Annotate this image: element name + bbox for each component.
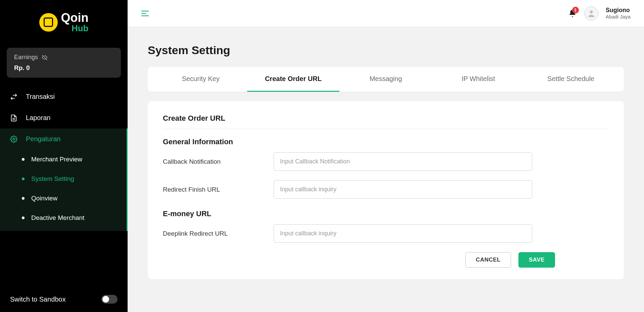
nav-pengaturan[interactable]: Pengaturan [0, 128, 127, 150]
label-callback-notification: Callback Notification [163, 158, 274, 165]
svg-point-7 [590, 10, 593, 13]
tab-messaging[interactable]: Messaging [339, 67, 432, 92]
sub-label: Deactive Merchant [31, 214, 84, 222]
bullet-icon [22, 158, 25, 161]
nav-label: Laporan [26, 114, 50, 122]
sub-label: System Setting [31, 175, 74, 183]
notif-badge: 1 [572, 7, 579, 13]
tab-create-order-url[interactable]: Create Order URL [247, 67, 340, 92]
input-callback-notification[interactable] [274, 152, 532, 171]
input-redirect-finish[interactable] [274, 180, 532, 199]
earnings-value: Rp. 0 [14, 64, 113, 72]
brand-name-1: Qoin [61, 12, 89, 24]
row-callback-notification: Callback Notification [163, 152, 609, 171]
nav-pengaturan-group: Pengaturan Merchant Preview System Setti… [0, 128, 128, 231]
label-redirect-finish: Redirect Finish URL [163, 186, 274, 193]
tabs-bar: Security Key Create Order URL Messaging … [148, 67, 624, 92]
nav-transaksi[interactable]: Transaksi [0, 86, 128, 107]
label-deeplink-redirect: Deeplink Redirect URL [163, 230, 274, 237]
svg-point-3 [13, 138, 15, 140]
bullet-icon [22, 197, 25, 200]
sub-merchant-preview[interactable]: Merchant Preview [0, 150, 127, 169]
tab-security-key[interactable]: Security Key [154, 67, 247, 92]
nav-label: Transaksi [26, 93, 55, 101]
sub-qoinview[interactable]: Qoinview [0, 189, 127, 208]
sub-system-setting[interactable]: System Setting [0, 169, 127, 189]
sub-label: Merchant Preview [31, 156, 82, 163]
coin-icon [39, 13, 58, 32]
nav-laporan[interactable]: Laporan [0, 107, 128, 128]
sub-deactive-merchant[interactable]: Deactive Merchant [0, 208, 127, 228]
button-row: CANCEL SAVE [163, 252, 609, 268]
avatar[interactable] [584, 6, 598, 21]
nav-list: Transaksi Laporan Pengaturan [0, 86, 128, 231]
bullet-icon [22, 178, 25, 180]
brand-name-2: Hub [61, 24, 89, 33]
content: System Setting Security Key Create Order… [128, 27, 644, 296]
section-general: General Information [163, 138, 609, 146]
gear-icon [10, 135, 17, 143]
menu-toggle-icon[interactable] [141, 10, 149, 16]
tab-ip-whitelist[interactable]: IP Whitelist [432, 67, 525, 92]
page-title: System Setting [148, 44, 624, 57]
transfer-icon [10, 93, 17, 101]
row-deeplink-redirect: Deeplink Redirect URL [163, 224, 609, 243]
main-area: 1 Sugiono Abadi Jaya System Setting Secu… [128, 0, 644, 312]
notifications-button[interactable]: 1 [568, 9, 577, 18]
sandbox-label: Switch to Sandbox [10, 296, 66, 303]
sandbox-toggle[interactable] [101, 295, 118, 304]
cancel-button[interactable]: CANCEL [465, 252, 511, 268]
user-name: Sugiono [606, 7, 631, 14]
sidebar: Qoin Hub Earnings Rp. 0 [0, 0, 128, 312]
nav-label: Pengaturan [26, 135, 60, 143]
topbar: 1 Sugiono Abadi Jaya [128, 0, 644, 27]
input-deeplink-redirect[interactable] [274, 224, 532, 243]
settings-card: Create Order URL General Information Cal… [148, 101, 624, 279]
bullet-icon [22, 217, 25, 219]
tab-settle-schedule[interactable]: Settle Schedule [524, 67, 617, 92]
user-sub: Abadi Jaya [606, 14, 631, 20]
sub-label: Qoinview [31, 195, 57, 202]
eye-off-icon[interactable] [41, 55, 48, 60]
document-icon [10, 114, 17, 122]
earnings-box: Earnings Rp. 0 [7, 48, 121, 78]
sandbox-toggle-row: Switch to Sandbox [0, 286, 128, 312]
row-redirect-finish: Redirect Finish URL [163, 180, 609, 199]
section-emoney: E-money URL [163, 209, 609, 218]
card-title: Create Order URL [163, 114, 609, 129]
save-button[interactable]: SAVE [518, 252, 555, 268]
user-info[interactable]: Sugiono Abadi Jaya [606, 7, 631, 20]
earnings-label: Earnings [14, 54, 38, 61]
brand-logo: Qoin Hub [0, 0, 128, 44]
